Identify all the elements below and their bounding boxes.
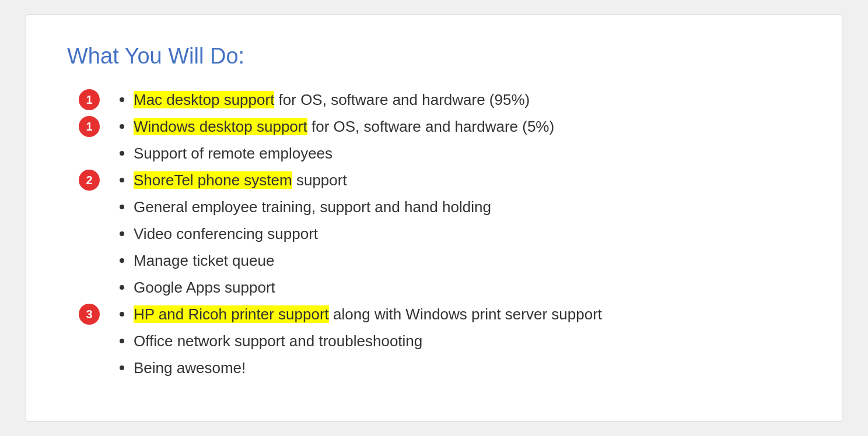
highlighted-text: Mac desktop support xyxy=(134,91,274,108)
item-text: Windows desktop support for OS, software… xyxy=(134,116,554,137)
bullet-area: ShoreTel phone system support xyxy=(120,167,347,194)
bullet-area: Being awesome! xyxy=(120,354,246,381)
item-text: Google Apps support xyxy=(134,277,275,298)
bullet-point xyxy=(120,339,124,343)
bullet-point xyxy=(120,97,124,102)
highlighted-text: ShoreTel phone system xyxy=(134,171,292,189)
bullet-area: Google Apps support xyxy=(120,274,275,301)
item-text: Support of remote employees xyxy=(134,143,332,164)
bullet-point xyxy=(120,151,124,156)
badge-number: 2 xyxy=(79,170,100,191)
item-text: General employee training, support and h… xyxy=(134,196,491,217)
list-item: Google Apps support xyxy=(108,274,807,301)
bullet-area: Mac desktop support for OS, software and… xyxy=(120,86,530,113)
bullet-point xyxy=(120,205,124,209)
badge-number: 1 xyxy=(79,89,100,110)
list-item: 1Windows desktop support for OS, softwar… xyxy=(108,113,807,140)
bullet-area: HP and Ricoh printer support along with … xyxy=(120,301,602,328)
list-item: Manage ticket queue xyxy=(108,247,807,274)
bullet-point xyxy=(120,124,124,129)
bullet-area: General employee training, support and h… xyxy=(120,194,491,220)
items-container: 1Mac desktop support for OS, software an… xyxy=(108,86,807,381)
highlighted-text: HP and Ricoh printer support xyxy=(134,305,329,323)
list-item: Being awesome! xyxy=(108,354,807,381)
badge-number: 1 xyxy=(79,116,100,137)
item-text: ShoreTel phone system support xyxy=(134,170,347,191)
highlighted-text: Windows desktop support xyxy=(134,118,307,135)
item-text: Office network support and troubleshooti… xyxy=(134,330,422,351)
bullet-area: Video conferencing support xyxy=(120,220,318,247)
list-item: 3HP and Ricoh printer support along with… xyxy=(108,301,807,328)
bullet-point xyxy=(120,365,124,370)
heading: What You Will Do: xyxy=(67,44,807,69)
item-text: Being awesome! xyxy=(134,357,246,378)
item-text: Video conferencing support xyxy=(134,223,318,244)
bullet-area: Manage ticket queue xyxy=(120,247,274,274)
item-text: Mac desktop support for OS, software and… xyxy=(134,89,530,110)
list-item: General employee training, support and h… xyxy=(108,194,807,220)
bullet-point xyxy=(120,231,124,236)
bullet-area: Windows desktop support for OS, software… xyxy=(120,113,554,140)
list-item: 1Mac desktop support for OS, software an… xyxy=(108,86,807,113)
bullet-point xyxy=(120,285,124,290)
list-item: 2ShoreTel phone system support xyxy=(108,167,807,194)
item-text: HP and Ricoh printer support along with … xyxy=(134,304,602,325)
bullet-point xyxy=(120,312,124,317)
list-item: Office network support and troubleshooti… xyxy=(108,328,807,354)
slide: What You Will Do: 1Mac desktop support f… xyxy=(26,14,842,422)
badge-number: 3 xyxy=(79,304,100,325)
item-text: Manage ticket queue xyxy=(134,250,274,271)
bullet-area: Office network support and troubleshooti… xyxy=(120,328,422,354)
list-item: Video conferencing support xyxy=(108,220,807,247)
bullet-area: Support of remote employees xyxy=(120,140,332,167)
bullet-point xyxy=(120,258,124,263)
bullet-point xyxy=(120,178,124,182)
list-item: Support of remote employees xyxy=(108,140,807,167)
